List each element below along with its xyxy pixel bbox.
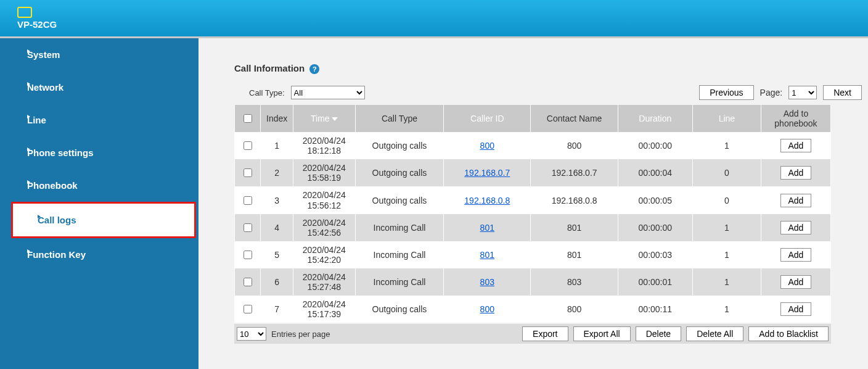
- add-button[interactable]: Add: [780, 194, 812, 207]
- cell-contact: 192.168.0.7: [531, 159, 618, 186]
- table-row: 12020/04/24 18:12:18Outgoing calls800800…: [235, 132, 831, 159]
- cell-contact: 803: [531, 268, 618, 296]
- caller-id-link[interactable]: 801: [480, 250, 494, 260]
- cell-line: 1: [692, 268, 761, 296]
- sidebar-item-label: Phonebook: [27, 180, 78, 191]
- table-row: 72020/04/24 15:17:39Outgoing calls800800…: [235, 296, 831, 323]
- cell-duration: 00:00:00: [618, 214, 692, 241]
- header-index: Index: [261, 105, 293, 132]
- cell-index: 3: [261, 186, 293, 214]
- cell-contact: 801: [531, 214, 618, 241]
- row-checkbox[interactable]: [244, 168, 252, 177]
- add-button[interactable]: Add: [780, 248, 812, 262]
- cell-index: 2: [261, 159, 293, 186]
- caret-right-icon: [27, 115, 30, 118]
- sidebar-item-function-key[interactable]: Function Key: [0, 238, 199, 271]
- sidebar-item-phonebook[interactable]: Phonebook: [0, 169, 199, 202]
- brand-label: VP-52CG: [17, 19, 57, 30]
- call-log-table: Index Time Call Type Caller ID Contact N…: [234, 105, 831, 323]
- add-button[interactable]: Add: [780, 275, 812, 289]
- cell-contact: 192.168.0.8: [531, 186, 618, 214]
- sidebar-item-label: Network: [27, 82, 63, 93]
- row-checkbox[interactable]: [244, 196, 252, 205]
- cell-time: 2020/04/24 15:56:12: [293, 186, 355, 214]
- export-all-button[interactable]: Export All: [573, 326, 631, 341]
- select-all-checkbox[interactable]: [244, 114, 252, 123]
- caller-id-link[interactable]: 801: [480, 223, 494, 233]
- cell-line: 0: [692, 159, 761, 186]
- cell-time: 2020/04/24 15:27:48: [293, 268, 355, 296]
- cell-time: 2020/04/24 15:42:56: [293, 214, 355, 241]
- entries-per-page-select[interactable]: 10: [237, 327, 266, 341]
- cell-contact: 800: [531, 296, 618, 323]
- row-checkbox[interactable]: [244, 141, 252, 150]
- header-duration[interactable]: Duration: [618, 105, 692, 132]
- cell-line: 1: [692, 241, 761, 268]
- cell-time: 2020/04/24 15:17:39: [293, 296, 355, 323]
- cell-duration: 00:00:11: [618, 296, 692, 323]
- page-label: Page:: [760, 88, 783, 97]
- caller-id-link[interactable]: 800: [480, 141, 494, 151]
- cell-call-type: Outgoing calls: [355, 159, 443, 186]
- sidebar-item-network[interactable]: Network: [0, 71, 199, 104]
- row-checkbox[interactable]: [244, 278, 252, 286]
- cell-contact: 801: [531, 241, 618, 268]
- entries-per-page-label: Entries per page: [271, 330, 330, 339]
- delete-button[interactable]: Delete: [636, 326, 681, 341]
- cell-duration: 00:00:00: [618, 132, 692, 159]
- caret-right-icon: [27, 249, 30, 253]
- add-to-blacklist-button[interactable]: Add to Blacklist: [748, 326, 829, 341]
- cell-index: 4: [261, 214, 293, 241]
- help-icon[interactable]: ?: [309, 64, 319, 74]
- add-button[interactable]: Add: [780, 139, 812, 152]
- cell-line: 1: [692, 214, 761, 241]
- cell-time: 2020/04/24 18:12:18: [293, 132, 355, 159]
- caret-right-icon: [27, 82, 30, 86]
- header-call-type[interactable]: Call Type: [355, 105, 443, 132]
- delete-all-button[interactable]: Delete All: [686, 326, 743, 341]
- cell-index: 7: [261, 296, 293, 323]
- header-caller-id[interactable]: Caller ID: [444, 105, 531, 132]
- add-button[interactable]: Add: [780, 302, 812, 316]
- cell-duration: 00:00:05: [618, 186, 692, 214]
- header-line[interactable]: Line: [692, 105, 761, 132]
- caller-id-link[interactable]: 800: [480, 304, 494, 314]
- sidebar-item-label: Call logs: [38, 215, 76, 225]
- cell-index: 1: [261, 132, 293, 159]
- sidebar-item-phone-settings[interactable]: Phone settings: [0, 136, 199, 169]
- caret-right-icon: [27, 180, 30, 184]
- caller-id-link[interactable]: 192.168.0.7: [464, 168, 510, 178]
- sidebar-item-label: System: [27, 49, 60, 60]
- sidebar-item-line[interactable]: Line: [0, 104, 199, 136]
- header-add: Add to phonebook: [761, 105, 830, 132]
- cell-duration: 00:00:04: [618, 159, 692, 186]
- row-checkbox[interactable]: [244, 251, 252, 259]
- row-checkbox[interactable]: [244, 223, 252, 232]
- header-time[interactable]: Time: [293, 105, 355, 132]
- add-button[interactable]: Add: [780, 221, 812, 234]
- table-footer: 10 Entries per page Export Export All De…: [234, 324, 831, 344]
- topbar: VP-52CG: [0, 0, 868, 38]
- previous-button[interactable]: Previous: [699, 85, 753, 100]
- sidebar-item-call-logs[interactable]: Call logs: [11, 202, 196, 238]
- caret-right-icon: [38, 215, 41, 218]
- caller-id-link[interactable]: 192.168.0.8: [464, 196, 510, 205]
- section-title-row: Call Information ?: [234, 63, 862, 74]
- sidebar-item-system[interactable]: System: [0, 38, 199, 71]
- page-select[interactable]: 1: [788, 86, 817, 99]
- cell-time: 2020/04/24 15:42:20: [293, 241, 355, 268]
- call-type-label: Call Type:: [249, 88, 285, 97]
- call-type-select[interactable]: All: [291, 86, 365, 99]
- cell-call-type: Outgoing calls: [355, 296, 443, 323]
- caller-id-link[interactable]: 803: [480, 277, 494, 287]
- sidebar-item-label: Phone settings: [27, 147, 94, 158]
- row-checkbox[interactable]: [244, 305, 252, 313]
- cell-call-type: Incoming Call: [355, 214, 443, 241]
- cell-time: 2020/04/24 15:58:19: [293, 159, 355, 186]
- next-button[interactable]: Next: [823, 85, 862, 100]
- add-button[interactable]: Add: [780, 166, 812, 180]
- header-checkbox-cell: [235, 105, 261, 132]
- header-contact-name[interactable]: Contact Name: [531, 105, 618, 132]
- export-button[interactable]: Export: [522, 326, 568, 341]
- table-row: 32020/04/24 15:56:12Outgoing calls192.16…: [235, 186, 831, 214]
